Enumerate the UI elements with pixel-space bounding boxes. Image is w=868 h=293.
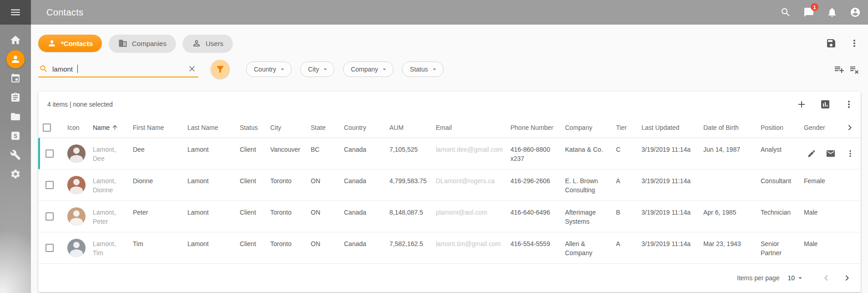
col-last-updated[interactable]: Last Updated (641, 117, 703, 138)
notifications-icon[interactable] (827, 7, 838, 18)
select-all-checkbox[interactable] (43, 123, 51, 132)
email-icon[interactable] (826, 149, 836, 159)
col-country[interactable]: Country (344, 117, 389, 138)
sidebar-item-home[interactable] (0, 31, 31, 50)
table-header: Icon Name First Name Last Name Status Ci… (38, 117, 861, 138)
cell-name: Lamont, Dee (93, 138, 133, 169)
cell-icon (61, 138, 93, 169)
cell-checkbox (38, 201, 61, 232)
cell-last-name: Lamont (187, 201, 240, 232)
cell-name: Lamont, Tim (93, 232, 133, 263)
cell-checkbox (38, 170, 61, 200)
row-checkbox[interactable] (45, 212, 54, 221)
list-remove-button[interactable] (849, 64, 860, 75)
sidebar-item-folder[interactable] (0, 107, 31, 126)
grid-more-button[interactable] (843, 99, 854, 110)
filter-city-label: City (308, 66, 319, 73)
table-row[interactable]: Lamont, Peter Peter Lamont Client Toront… (38, 201, 861, 232)
col-gender[interactable]: Gender (804, 117, 836, 138)
sidebar-item-sign5[interactable]: 5 (0, 126, 31, 145)
col-aum[interactable]: AUM (389, 117, 436, 138)
items-per-page-label: Items per page (737, 274, 779, 282)
row-checkbox[interactable] (45, 149, 54, 158)
search-icon[interactable] (780, 7, 791, 18)
sidebar-item-settings[interactable] (0, 164, 31, 184)
select-all-cell (38, 117, 61, 138)
col-position[interactable]: Position (761, 117, 804, 138)
scroll-columns-right-icon[interactable] (836, 117, 861, 138)
settings-icon (10, 169, 21, 180)
sidebar-item-contacts[interactable] (0, 50, 31, 69)
next-page-icon[interactable] (842, 272, 853, 283)
filter-company-dropdown[interactable]: Company (343, 62, 394, 77)
search-input[interactable]: lamont (38, 61, 198, 77)
calendar-icon (10, 73, 21, 84)
add-contact-button[interactable] (796, 99, 807, 110)
col-email[interactable]: Email (436, 117, 510, 138)
table-row[interactable]: Lamont, Dee Dee Lamont Client Vancouver … (38, 138, 861, 170)
table-row[interactable]: Lamont, Dionne Dionne Lamont Client Toro… (38, 170, 861, 201)
cell-checkbox (38, 138, 61, 169)
save-icon (826, 38, 837, 49)
col-last-name[interactable]: Last Name (187, 117, 240, 138)
selection-summary: 4 items | none selected (47, 101, 113, 108)
tab-companies[interactable]: Companies (109, 35, 176, 52)
clear-search-icon[interactable] (187, 64, 197, 73)
menu-button[interactable] (0, 0, 31, 25)
folder-icon (10, 111, 21, 122)
col-dob[interactable]: Date of Birth (703, 117, 761, 138)
tab-users[interactable]: Users (183, 35, 232, 52)
cell-state: ON (311, 201, 344, 232)
cell-country: Canada (344, 232, 389, 263)
cell-gender: Male (804, 232, 836, 263)
contacts-icon (6, 50, 25, 68)
cell-city: Vancouver (270, 138, 311, 169)
tools-icon (10, 149, 21, 160)
chart-view-button[interactable] (820, 99, 831, 110)
tab-contacts[interactable]: *Contacts (38, 35, 102, 52)
add-icon (796, 99, 807, 110)
contacts-grid-card: 4 items | none selected Icon Name First … (38, 92, 861, 292)
sidebar-item-tools[interactable] (0, 145, 31, 164)
sidebar-item-tasks[interactable] (0, 88, 31, 107)
cell-position: Analyst (761, 138, 804, 169)
save-button[interactable] (826, 38, 837, 49)
row-checkbox[interactable] (45, 181, 54, 189)
filter-button[interactable] (211, 60, 230, 79)
prev-page-icon[interactable] (821, 272, 832, 283)
cell-name: Lamont, Dionne (93, 170, 133, 200)
filter-city-dropdown[interactable]: City (300, 62, 334, 77)
page-size-select[interactable]: 10 (787, 274, 804, 282)
row-more-icon[interactable] (845, 149, 855, 159)
col-status[interactable]: Status (240, 117, 270, 138)
col-tier[interactable]: Tier (616, 117, 641, 138)
cell-last-name: Lamont (187, 170, 240, 200)
person-icon (47, 39, 56, 48)
filter-status-dropdown[interactable]: Status (402, 62, 444, 77)
tab-companies-label: Companies (132, 40, 167, 47)
account-icon[interactable] (850, 7, 861, 18)
cell-phone: 416-640-6496 (510, 201, 565, 232)
col-phone[interactable]: Phone Number (510, 117, 565, 138)
col-city[interactable]: City (270, 117, 311, 138)
sort-asc-icon (111, 124, 118, 131)
col-first-name[interactable]: First Name (133, 117, 187, 138)
tabs-more-button[interactable] (849, 38, 860, 49)
col-company[interactable]: Company (565, 117, 616, 138)
cell-icon (61, 170, 93, 200)
funnel-icon (215, 64, 225, 74)
user-outline-icon (192, 39, 201, 48)
chat-icon[interactable]: 1 (803, 7, 814, 18)
row-checkbox[interactable] (45, 244, 54, 252)
list-add-button[interactable] (834, 64, 845, 75)
cell-email: lamont.dee@gmail.com (436, 138, 510, 169)
col-state[interactable]: State (311, 117, 344, 138)
sidebar-item-calendar[interactable] (0, 69, 31, 88)
table-row[interactable]: Lamont, Tim Tim Lamont Client Toronto ON… (38, 232, 861, 264)
more-vert-icon (849, 38, 860, 49)
col-name[interactable]: Name (93, 117, 133, 138)
edit-icon[interactable] (807, 149, 816, 158)
filter-country-dropdown[interactable]: Country (246, 62, 292, 77)
cell-city: Toronto (270, 232, 311, 263)
row-actions (807, 149, 855, 159)
